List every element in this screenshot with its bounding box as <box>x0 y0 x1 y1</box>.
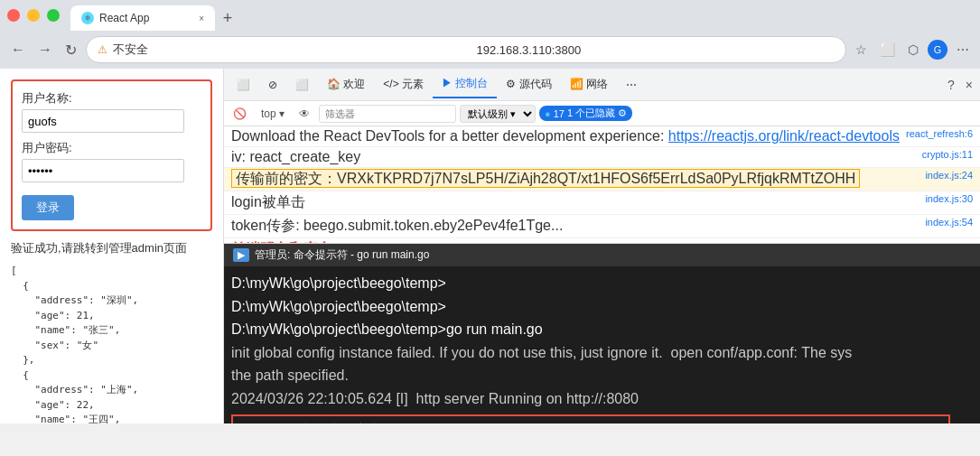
username-label: 用户名称: <box>22 90 201 107</box>
security-label: 不安全 <box>113 42 471 58</box>
devtools-tab-sources[interactable]: ⚙ 源代码 <box>497 71 560 98</box>
address-text: 192.168.3.110:3800 <box>477 43 835 57</box>
tab-close-icon[interactable]: × <box>199 14 204 23</box>
back-button[interactable]: ← <box>7 38 29 61</box>
console-row-login: login被单击 index.js:30 <box>224 191 980 215</box>
console-row-iv: iv: react_create_key crypto.js:11 <box>224 147 980 168</box>
terminal-icon: ▶ <box>233 248 249 262</box>
terminal-line-5: the path specified. <box>231 364 973 387</box>
devtools-tab-network[interactable]: 📶 网络 <box>561 71 617 98</box>
devtools-close-btn[interactable]: × <box>962 74 976 96</box>
console-row-token: token传参: beego.submit.token.eby2ePev4fe1… <box>224 215 980 238</box>
browser-tab[interactable]: ⚛ React App × <box>70 5 215 31</box>
tab-favicon: ⚛ <box>81 12 94 24</box>
terminal-cipher-highlight: 收到的前端发达的密文：VRXkTKPRD7j7N7sLP5H/ZiAjh28QT… <box>231 414 950 423</box>
minimize-window-btn[interactable] <box>27 9 40 22</box>
terminal-line-2: D:\myWk\go\project\beego\temp> <box>231 295 973 319</box>
terminal-content: D:\myWk\go\project\beego\temp> D:\myWk\g… <box>224 266 980 423</box>
console-msg-iv: iv: react_create_key <box>231 149 922 165</box>
console-row-cipher: 传输前的密文：VRXkTKPRD7j7N7sLP5H/ZiAjh28QT/xt1… <box>224 168 980 191</box>
console-ref-iv[interactable]: crypto.js:11 <box>922 149 973 160</box>
username-group: 用户名称: <box>22 90 201 133</box>
success-message: 验证成功,请跳转到管理admin页面 <box>11 240 212 256</box>
devtools-nav-pointer[interactable]: ⊘ <box>259 73 286 97</box>
error-count-badge: ● 17 1 个已隐藏 ⚙ <box>539 106 632 121</box>
password-input[interactable] <box>22 159 184 182</box>
console-msg-devtools: Download the React DevTools for a better… <box>231 128 906 144</box>
terminal-panel: ▶ 管理员: 命令提示符 - go run main.go D:\myWk\go… <box>224 244 980 423</box>
console-msg-login: login被单击 <box>231 193 925 212</box>
window-controls <box>7 9 60 22</box>
devtools-tab-welcome[interactable]: 🏠 欢迎 <box>318 71 374 98</box>
eye-btn[interactable]: 👁 <box>294 106 315 122</box>
hidden-count: 1 个已隐藏 <box>567 107 615 120</box>
maximize-window-btn[interactable] <box>47 9 60 22</box>
error-count: 17 <box>554 108 565 119</box>
tab-search-button[interactable]: ⬜ <box>876 39 899 60</box>
terminal-received-cipher: 收到的前端发达的密文：VRXkTKPRD7j7N7sLP5H/ZiAjh28QT… <box>238 419 943 423</box>
login-button[interactable]: 登录 <box>22 195 74 220</box>
devtools-tab-more[interactable]: ⋯ <box>617 73 646 97</box>
devtools-help-btn[interactable]: ? <box>944 74 958 96</box>
cipher-highlight: 传输前的密文：VRXkTKPRD7j7N7sLP5H/ZiAjh28QT/xt1… <box>231 169 860 188</box>
console-ref-devtools[interactable]: react_refresh:6 <box>906 128 973 139</box>
more-button[interactable]: ⋯ <box>953 39 973 60</box>
devtools-panel: ⬜ ⊘ ⬜ 🏠 欢迎 </> 元素 ▶ 控制台 ⚙ 源代码 📶 网络 ⋯ ? ×… <box>224 69 980 423</box>
address-input-wrap[interactable]: ⚠ 不安全 192.168.3.110:3800 <box>86 36 846 63</box>
devtools-nav-element-picker[interactable]: ⬜ <box>286 73 318 97</box>
password-group: 用户密码: <box>22 140 201 182</box>
extensions-button[interactable]: ⬡ <box>904 39 922 60</box>
console-msg-token: token传参: beego.submit.token.eby2ePev4fe1… <box>231 217 925 236</box>
terminal-cipher-block: 收到的前端发达的密文：VRXkTKPRD7j7N7sLP5H/ZiAjh28QT… <box>231 414 973 423</box>
terminal-line-6: 2024/03/26 22:10:05.624 [I] http server … <box>231 387 973 411</box>
star-button[interactable]: ☆ <box>852 39 871 60</box>
terminal-line-3: D:\myWk\go\project\beego\temp>go run mai… <box>231 318 973 341</box>
console-ref-cipher[interactable]: index.js:24 <box>925 170 973 181</box>
devtools-tab-elements[interactable]: </> 元素 <box>374 71 433 98</box>
new-tab-button[interactable]: + <box>215 5 240 31</box>
reload-button[interactable]: ↻ <box>61 38 80 62</box>
console-output: Download the React DevTools for a better… <box>224 126 980 244</box>
devtools-nav: ⬜ ⊘ ⬜ 🏠 欢迎 </> 元素 ▶ 控制台 ⚙ 源代码 📶 网络 ⋯ ? × <box>224 69 980 101</box>
devtools-nav-capture[interactable]: ⬜ <box>228 73 259 97</box>
security-icon: ⚠ <box>98 43 107 56</box>
console-ref-token[interactable]: index.js:54 <box>925 217 973 228</box>
tab-bar: ⚛ React App × + <box>70 0 973 31</box>
devtools-link[interactable]: https://reactjs.org/link/react-devtools <box>668 128 900 144</box>
address-bar: ← → ↻ ⚠ 不安全 192.168.3.110:3800 ☆ ⬜ ⬡ G ⋯ <box>0 31 980 69</box>
devtools-tab-console[interactable]: ▶ 控制台 <box>433 70 497 98</box>
console-ref-login[interactable]: index.js:30 <box>925 193 973 204</box>
close-window-btn[interactable] <box>7 9 20 22</box>
forward-button[interactable]: → <box>34 38 56 61</box>
terminal-title-text: 管理员: 命令提示符 - go run main.go <box>255 247 429 263</box>
login-form-section: 用户名称: 用户密码: 登录 <box>11 79 212 231</box>
log-level-select[interactable]: 默认级别 ▾ <box>460 105 536 123</box>
webpage-panel: 用户名称: 用户密码: 登录 验证成功,请跳转到管理admin页面 [ { "a… <box>0 69 224 423</box>
filter-toggle-btn[interactable]: top ▾ <box>256 106 290 122</box>
tab-title: React App <box>99 12 193 24</box>
password-label: 用户密码: <box>22 140 201 156</box>
toolbar-icons: ☆ ⬜ ⬡ G ⋯ <box>852 39 973 60</box>
console-row-devtools: Download the React DevTools for a better… <box>224 126 980 147</box>
filter-input[interactable] <box>319 105 456 123</box>
console-toolbar: 🚫 top ▾ 👁 默认级别 ▾ ● 17 1 个已隐藏 ⚙ <box>224 101 980 126</box>
terminal-line-4: init global config instance failed. If y… <box>231 341 973 365</box>
terminal-line-1: D:\myWk\go\project\beego\temp> <box>231 272 973 295</box>
username-input[interactable] <box>22 109 184 133</box>
json-output: [ { "address": "深圳", "age": 21, "name": … <box>11 264 212 423</box>
console-msg-cipher: 传输前的密文：VRXkTKPRD7j7N7sLP5H/ZiAjh28QT/xt1… <box>231 170 925 189</box>
profile-button[interactable]: G <box>928 40 947 60</box>
main-content: 用户名称: 用户密码: 登录 验证成功,请跳转到管理admin页面 [ { "a… <box>0 69 980 423</box>
terminal-title-bar: ▶ 管理员: 命令提示符 - go run main.go <box>224 244 980 266</box>
clear-console-btn[interactable]: 🚫 <box>228 106 252 122</box>
title-bar: ⚛ React App × + <box>0 0 980 31</box>
